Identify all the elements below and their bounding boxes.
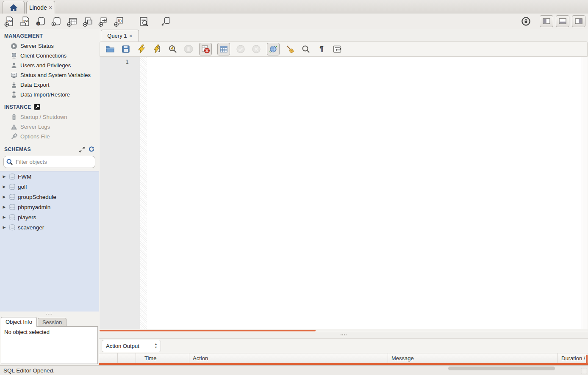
sql-editor-toolbar: ¶ <box>100 41 588 57</box>
toggle-sidebar-icon <box>543 18 550 24</box>
schema-row-scavenger[interactable]: ▶ scavenger <box>0 222 99 232</box>
connection-tabbar: Linode × <box>0 0 588 14</box>
sidebar-item-label: Status and System Variables <box>20 72 91 78</box>
reconnect-dbms-icon[interactable] <box>160 16 171 27</box>
refresh-schemas-icon[interactable] <box>89 146 94 152</box>
sidebar-item-server-status[interactable]: Server Status <box>0 41 99 51</box>
column-status-icon[interactable] <box>99 353 118 363</box>
new-sql-editor-icon[interactable]: SQL <box>4 16 15 27</box>
schema-name: golf <box>18 184 27 190</box>
create-function-icon[interactable]: f() <box>114 16 125 27</box>
sql-editor-surface[interactable] <box>147 57 582 329</box>
sidebar-item-label: Client Connections <box>20 52 67 59</box>
beautify-script-icon[interactable] <box>285 44 295 54</box>
create-procedure-icon[interactable] <box>98 16 109 27</box>
sidebar-item-data-export[interactable]: Data Export <box>0 80 99 90</box>
sidebar-item-data-import-restore[interactable]: Data Import/Restore <box>0 90 99 99</box>
toggle-word-wrap-icon[interactable] <box>332 44 342 54</box>
connection-tab-linode[interactable]: Linode × <box>26 1 55 14</box>
monitor-icon <box>11 72 17 79</box>
schema-row-groupschedule[interactable]: ▶ groupSchedule <box>0 192 99 202</box>
tab-session[interactable]: Session <box>38 318 67 327</box>
output-type-select[interactable]: Action Output ▲ ▼ <box>102 340 161 352</box>
toggle-secondary-sidebar-button[interactable] <box>572 15 585 27</box>
sidebar-item-users-and-privileges[interactable]: Users and Privileges <box>0 61 99 70</box>
commit-icon[interactable] <box>236 44 246 54</box>
expander-icon[interactable]: ▶ <box>2 195 7 199</box>
close-query-tab-icon[interactable]: × <box>129 33 133 39</box>
sidebar-splitter-handle[interactable] <box>0 312 99 316</box>
tab-object-info[interactable]: Object Info <box>1 317 37 327</box>
lock-status-icon[interactable] <box>520 16 531 27</box>
schema-db-icon <box>9 224 16 231</box>
column-action[interactable]: Action <box>189 353 388 363</box>
create-table-icon[interactable] <box>67 16 78 27</box>
schema-row-golf[interactable]: ▶ golf <box>0 182 99 192</box>
fn-doc-label: f() <box>118 18 122 22</box>
select-stepper-icon[interactable]: ▲ ▼ <box>151 340 161 352</box>
step-down-icon[interactable]: ▼ <box>155 346 158 349</box>
column-message[interactable]: Message <box>388 353 558 363</box>
schema-db-icon <box>9 174 16 180</box>
column-index[interactable] <box>118 353 136 363</box>
instance-config-icon <box>34 104 40 110</box>
create-view-icon[interactable] <box>82 16 93 27</box>
expand-schemas-icon[interactable] <box>79 147 85 152</box>
execute-statement-icon[interactable] <box>136 44 147 54</box>
schema-filter-input[interactable] <box>15 158 92 165</box>
server-status-icon <box>11 43 17 50</box>
status-bar: SQL Editor Opened. <box>0 365 588 375</box>
navigator-sidebar: MANAGEMENT Server Status Client Connecti… <box>0 29 99 366</box>
db-inspector-icon[interactable]: i <box>35 16 46 27</box>
close-connection-tab-icon[interactable]: × <box>49 5 52 11</box>
schemas-section-header: SCHEMAS <box>4 146 31 152</box>
create-schema-icon[interactable] <box>51 16 62 27</box>
toggle-sidebar-button[interactable] <box>540 15 553 27</box>
window-resize-grip[interactable] <box>581 368 587 374</box>
schema-name: phpmyadmin <box>18 204 50 210</box>
limit-rows-icon[interactable] <box>217 43 230 55</box>
editor-horizontal-scrollbar[interactable] <box>100 329 588 332</box>
schema-name: FWM <box>18 174 31 180</box>
toggle-invisible-characters-icon[interactable]: ¶ <box>316 44 327 54</box>
expander-icon[interactable]: ▶ <box>2 225 7 229</box>
sidebar-item-status-system-variables[interactable]: Status and System Variables <box>0 70 99 80</box>
query-tab[interactable]: Query 1 × <box>101 30 139 41</box>
output-splitter-handle[interactable] <box>99 332 588 339</box>
editor-hscroll-thumb[interactable] <box>100 330 316 331</box>
status-text: SQL Editor Opened. <box>3 367 55 374</box>
home-tab[interactable] <box>3 1 25 14</box>
stop-execution-icon[interactable] <box>183 44 194 54</box>
open-script-icon[interactable] <box>105 44 115 54</box>
rollback-icon[interactable] <box>251 44 261 54</box>
column-time[interactable]: Time <box>136 353 189 363</box>
sidebar-item-client-connections[interactable]: Client Connections <box>0 51 99 61</box>
expander-icon[interactable]: ▶ <box>2 185 7 189</box>
expander-icon[interactable]: ▶ <box>2 174 7 179</box>
output-vscroll-thumb[interactable] <box>586 355 588 365</box>
schema-row-fwm[interactable]: ▶ FWM <box>0 171 99 182</box>
sidebar-item-label: Server Logs <box>20 124 50 130</box>
expander-icon[interactable]: ▶ <box>2 205 7 209</box>
schema-row-phpmyadmin[interactable]: ▶ phpmyadmin <box>0 202 99 212</box>
expander-icon[interactable]: ▶ <box>2 215 7 219</box>
sidebar-item-options-file[interactable]: Options File <box>0 132 99 141</box>
save-script-icon[interactable] <box>121 44 131 54</box>
sql-doc-label: SQL <box>7 19 13 22</box>
find-icon[interactable] <box>301 44 311 54</box>
open-sql-script-icon[interactable]: SQL <box>19 16 31 27</box>
editor-vertical-scrollbar[interactable] <box>582 57 588 329</box>
execute-current-statement-icon[interactable] <box>152 44 162 54</box>
column-duration-fetch[interactable]: Duration / Fetch <box>558 353 588 363</box>
output-hscroll-thumb[interactable] <box>99 363 588 365</box>
bottom-scrollbar-thumb[interactable] <box>448 367 555 370</box>
sidebar-item-startup-shutdown[interactable]: Startup / Shutdown <box>0 112 99 122</box>
schema-row-players[interactable]: ▶ players <box>0 212 99 222</box>
explain-plan-icon[interactable] <box>168 44 178 54</box>
search-table-data-icon[interactable] <box>138 16 149 27</box>
toggle-output-area-button[interactable] <box>556 15 569 27</box>
toggle-stop-on-error-icon[interactable] <box>199 43 212 55</box>
sidebar-item-server-logs[interactable]: Server Logs <box>0 122 99 132</box>
step-up-icon[interactable]: ▲ <box>155 342 158 346</box>
toggle-autocommit-icon[interactable] <box>267 43 280 55</box>
